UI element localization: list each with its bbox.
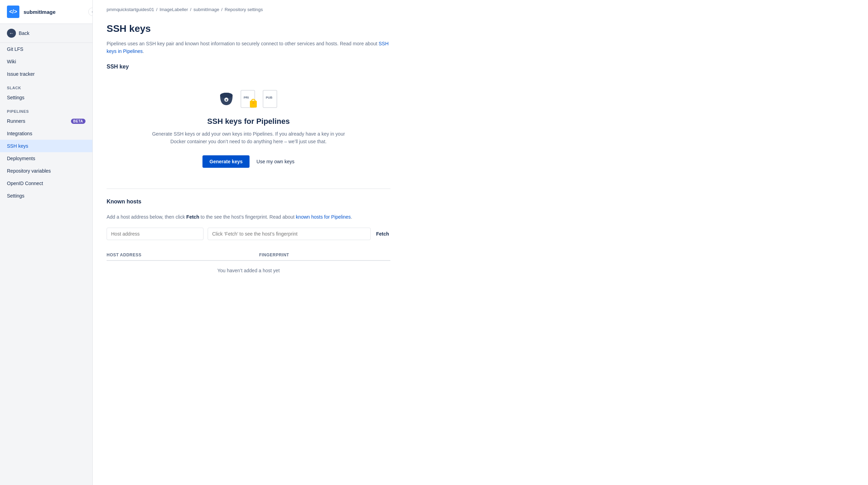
hosts-table-header: Host address Fingerprint [107,250,390,260]
ssh-key-section-title: SSH key [107,64,390,70]
back-label: Back [19,30,29,36]
sidebar-item-label: Repository variables [7,168,51,174]
kh-desc-before: Add a host address below, then click [107,214,185,220]
repo-name: submitImage [24,9,56,15]
sidebar-section-pipelines: PIPELINES [0,104,92,115]
known-hosts-title: Known hosts [107,199,390,205]
repo-icon: </> [7,6,19,18]
ssh-icons: ● PRI [216,89,281,110]
known-hosts-description: Add a host address below, then click Fet… [107,213,390,221]
sidebar-item-git-lfs[interactable]: Git LFS [0,43,92,55]
svg-point-1 [220,93,233,98]
fetch-row: Fetch [107,228,390,240]
sidebar-item-runners[interactable]: Runners BETA [0,115,92,127]
sidebar-item-deployments[interactable]: Deployments [0,152,92,165]
svg-text:PRI: PRI [244,96,249,99]
sidebar-item-label: Git LFS [7,46,23,52]
svg-text:●: ● [225,98,227,102]
sidebar-item-ssh-keys[interactable]: SSH keys [0,140,92,152]
ssh-key-section: SSH key ● [107,64,390,179]
ssh-key-card: ● PRI [107,78,390,179]
sidebar-item-label: Settings [7,193,25,199]
sidebar-item-label: Runners [7,118,25,124]
sidebar-item-openid-connect[interactable]: OpenID Connect [0,177,92,190]
breadcrumb-sep-3: / [221,7,223,12]
pri-key-icon: PRI [239,90,259,109]
sidebar-item-label: Deployments [7,156,35,161]
svg-rect-9 [253,102,254,104]
page-title: SSH keys [107,23,390,34]
sidebar-item-label: Wiki [7,59,16,64]
sidebar-item-repository-variables[interactable]: Repository variables [0,165,92,177]
kh-desc-after: to the see the host’s fingerprint. Read … [201,214,295,220]
sidebar-item-slack-settings[interactable]: Settings [0,91,92,104]
sidebar-item-integrations[interactable]: Integrations [0,127,92,140]
breadcrumb-sep-1: / [156,7,157,12]
runners-badge: BETA [71,119,85,124]
main-content: pmmquickstartguides01 / ImageLabeller / … [93,0,868,485]
ssh-card-title: SSH keys for Pipelines [207,117,290,126]
fetch-button[interactable]: Fetch [375,228,390,240]
breadcrumb-current: Repository settings [225,7,263,12]
sidebar-section-slack: SLACK [0,80,92,91]
hosts-table: Host address Fingerprint You haven’t add… [107,250,390,280]
col-host-address: Host address [107,250,259,260]
use-own-keys-button[interactable]: Use my own keys [256,159,295,164]
pub-key-icon: PUB [262,90,281,109]
breadcrumb-submit-image[interactable]: submitImage [193,7,219,12]
sidebar-item-pipelines-settings[interactable]: Settings [0,190,92,202]
breadcrumb-org[interactable]: pmmquickstartguides01 [107,7,154,12]
sidebar-item-label: Integrations [7,131,32,136]
svg-text:PUB: PUB [266,96,273,99]
sidebar-item-label: OpenID Connect [7,181,43,186]
known-hosts-section: Known hosts Add a host address below, th… [107,199,390,280]
sidebar: </> submitImage ‹ ← Back Git LFS Wiki Is… [0,0,93,485]
breadcrumb: pmmquickstartguides01 / ImageLabeller / … [93,0,868,12]
back-arrow-icon: ← [7,29,16,38]
known-hosts-link[interactable]: known hosts for Pipelines [296,214,351,220]
sidebar-item-label: SSH keys [7,143,28,149]
col-fingerprint: Fingerprint [259,250,390,260]
sidebar-item-label: Settings [7,95,25,100]
sidebar-item-wiki[interactable]: Wiki [0,55,92,68]
sidebar-toggle[interactable]: ‹ [88,8,93,16]
hosts-empty-message: You haven’t added a host yet [107,260,390,280]
description-end: . [143,48,144,54]
hosts-empty-row: You haven’t added a host yet [107,260,390,280]
generate-keys-button[interactable]: Generate keys [202,155,250,168]
sidebar-item-issue-tracker[interactable]: Issue tracker [0,68,92,80]
breadcrumb-image-labeller[interactable]: ImageLabeller [160,7,188,12]
host-address-input[interactable] [107,228,204,240]
hosts-table-body: You haven’t added a host yet [107,260,390,280]
description-text: Pipelines uses an SSH key pair and known… [107,41,377,46]
back-button[interactable]: ← Back [0,24,92,43]
sidebar-item-label: Issue tracker [7,71,35,77]
fetch-bold: Fetch [186,214,199,220]
fingerprint-input[interactable] [208,228,371,240]
page-description: Pipelines uses an SSH key pair and known… [107,40,390,55]
ssh-card-description: Generate SSH keys or add your own keys i… [152,130,345,146]
section-divider [107,189,390,189]
bucket-icon: ● [216,89,237,110]
sidebar-header: </> submitImage ‹ [0,0,92,24]
kh-desc-end: . [351,214,352,220]
ssh-actions: Generate keys Use my own keys [202,155,294,168]
breadcrumb-sep-2: / [190,7,191,12]
